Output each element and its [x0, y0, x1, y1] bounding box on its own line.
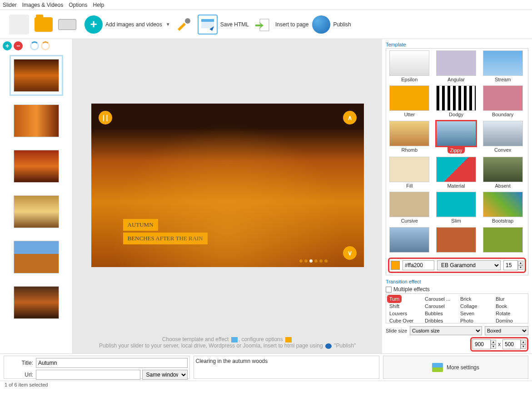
effect-item[interactable]: Book: [494, 303, 508, 309]
disk-icon: [58, 19, 76, 30]
add-images-button[interactable]: + Add images and videos ▼: [85, 15, 170, 34]
menu-images-videos[interactable]: Images & Videos: [22, 2, 64, 8]
insert-button[interactable]: Insert to page: [253, 15, 308, 35]
template-item[interactable]: [435, 227, 478, 255]
template-item[interactable]: Material: [435, 157, 478, 190]
fontsize-spinner[interactable]: ▲▼: [503, 260, 523, 270]
effect-item[interactable]: Rotate: [494, 310, 512, 317]
effect-item[interactable]: Carousel: [423, 303, 446, 309]
add-slide-button[interactable]: +: [3, 41, 12, 50]
effect-item[interactable]: Shift: [388, 303, 401, 309]
template-item[interactable]: [388, 227, 431, 255]
insert-label: Insert to page: [275, 21, 308, 28]
thumbnail-item[interactable]: [14, 241, 59, 273]
effect-item[interactable]: Brick: [459, 296, 472, 302]
image-icon: [231, 337, 238, 342]
effect-item[interactable]: Seven: [459, 310, 476, 317]
width-input[interactable]: [472, 339, 491, 349]
color-input[interactable]: [403, 260, 434, 270]
thumbnail-item[interactable]: [14, 59, 59, 92]
template-item[interactable]: Convex: [481, 121, 524, 155]
menu-help[interactable]: Help: [93, 2, 104, 8]
url-input[interactable]: [36, 370, 140, 380]
status-bar: 1 of 6 item selected: [0, 381, 532, 390]
title-input[interactable]: [36, 358, 188, 368]
meta-box: Title: Url: Same window: [4, 356, 190, 379]
template-item[interactable]: Utter: [388, 85, 431, 119]
template-grid[interactable]: EpsilonAngularStreamUtterDodgyBoundaryRh…: [388, 50, 526, 255]
target-select[interactable]: Same window: [142, 370, 188, 380]
box-mode-select[interactable]: Boxed: [485, 326, 528, 335]
spin-up[interactable]: ▲: [518, 261, 523, 265]
spin-down[interactable]: ▼: [518, 265, 523, 270]
open-button[interactable]: [33, 16, 55, 33]
template-box: EpsilonAngularStreamUtterDodgyBoundaryRh…: [386, 48, 528, 275]
template-item[interactable]: Zippy: [435, 121, 478, 155]
more-settings-button[interactable]: More settings: [383, 356, 528, 379]
thumbnail-item[interactable]: [14, 195, 59, 228]
size-mode-select[interactable]: Custom size: [410, 326, 482, 335]
thumbnail-panel: + −: [0, 39, 73, 353]
thumbnail-item[interactable]: [14, 104, 59, 137]
effect-item[interactable]: Cube Over: [388, 318, 415, 323]
add-images-label: Add images and videos: [105, 21, 162, 28]
fontsize-input[interactable]: [503, 260, 518, 270]
plus-icon: +: [85, 15, 103, 34]
template-item[interactable]: Fill: [388, 157, 431, 190]
effect-item[interactable]: Bubbles: [423, 310, 444, 317]
globe-icon: [312, 15, 330, 34]
effect-item[interactable]: Collage: [459, 303, 478, 309]
effect-item[interactable]: Blur: [494, 296, 506, 302]
font-select[interactable]: EB Garamond: [437, 260, 501, 270]
menu-options[interactable]: Options: [69, 2, 87, 8]
menu-slider[interactable]: Slider: [3, 2, 17, 8]
rotate-right-button[interactable]: [41, 41, 50, 50]
template-item[interactable]: Absent: [481, 157, 524, 190]
menu-bar: Slider Images & Videos Options Help: [0, 0, 532, 10]
thumbnail-item[interactable]: [14, 150, 59, 183]
description-box[interactable]: Clearing in the autumn woods: [194, 356, 380, 379]
options-button[interactable]: [174, 15, 194, 35]
effect-item[interactable]: Turn: [388, 296, 401, 302]
template-item[interactable]: Slim: [435, 192, 478, 225]
rotate-left-button[interactable]: [30, 41, 39, 50]
height-input[interactable]: [502, 339, 521, 349]
checkbox-icon: [386, 287, 392, 293]
effect-item[interactable]: Louvers: [388, 310, 408, 317]
next-button[interactable]: ∨: [343, 246, 357, 260]
template-item[interactable]: [481, 227, 524, 255]
multiple-effects-checkbox[interactable]: Multiple effects: [386, 285, 528, 293]
pagination-dots[interactable]: [299, 259, 328, 263]
thumbnail-item[interactable]: [14, 286, 59, 319]
effect-item[interactable]: Domino: [494, 318, 514, 323]
pause-button[interactable]: | |: [99, 111, 112, 124]
template-item[interactable]: Dodgy: [435, 85, 478, 119]
save-html-button[interactable]: Save HTML: [198, 15, 249, 35]
prev-button[interactable]: ∧: [343, 111, 357, 124]
insert-icon: [253, 15, 273, 35]
effect-item[interactable]: Carousel ...: [423, 296, 452, 302]
preview-panel: | | ∧ ∨ AUTUMN BENCHES AFTER THE RAIN Ch…: [73, 39, 382, 353]
properties-panel: Template EpsilonAngularStreamUtterDodgyB…: [382, 39, 532, 353]
html-icon: [198, 15, 218, 35]
hint-text: Choose template and effect , configure o…: [73, 332, 382, 353]
save-button[interactable]: [56, 18, 78, 31]
remove-slide-button[interactable]: −: [14, 41, 23, 50]
template-item[interactable]: Epsilon: [388, 50, 431, 84]
template-item[interactable]: Angular: [435, 50, 478, 84]
template-item[interactable]: Boundary: [481, 85, 524, 119]
color-swatch[interactable]: [391, 261, 400, 270]
effects-grid[interactable]: TurnShiftLouversCube OverTVLinesCarousel…: [386, 293, 528, 323]
publish-label: Publish: [333, 21, 351, 28]
template-item[interactable]: Stream: [481, 50, 524, 84]
effect-item[interactable]: Dribbles: [423, 318, 444, 323]
effect-item[interactable]: Photo: [459, 318, 475, 323]
slide-size-label: Slide size: [386, 328, 407, 333]
template-item[interactable]: Cursive: [388, 192, 431, 225]
wrench-icon: [174, 15, 194, 35]
publish-button[interactable]: Publish: [312, 15, 351, 34]
thumbnail-list[interactable]: [0, 53, 72, 353]
template-item[interactable]: Bootstrap: [481, 192, 524, 225]
template-item[interactable]: Rhomb: [388, 121, 431, 155]
new-button[interactable]: [7, 14, 31, 35]
